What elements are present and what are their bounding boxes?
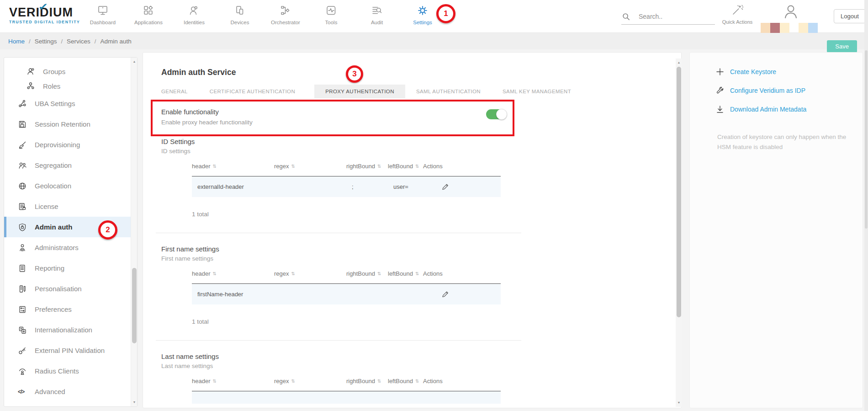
column-regex[interactable]: regex⇅	[274, 163, 346, 170]
nav-item-dashboard[interactable]: Dashboard	[80, 4, 126, 25]
sort-icon[interactable]: ⇅	[212, 164, 216, 169]
sort-icon[interactable]: ⇅	[415, 379, 419, 384]
sort-icon[interactable]: ⇅	[377, 271, 381, 276]
nav-item-tools[interactable]: Tools	[308, 4, 354, 25]
logout-button[interactable]: Logout	[834, 9, 866, 23]
sidebar-item-label: Radius Clients	[35, 367, 79, 375]
sort-icon[interactable]: ⇅	[212, 379, 216, 384]
sort-icon[interactable]: ⇅	[291, 164, 295, 169]
section-divider	[156, 233, 521, 233]
breadcrumb-separator: /	[29, 38, 31, 45]
nav-item-applications[interactable]: Applications	[126, 4, 171, 25]
sidebar-item-external-pin-validation[interactable]: External PIN Validation	[4, 340, 132, 361]
sidebar-item-advanced[interactable]: </> Advanced	[4, 381, 132, 402]
sidebar-item-geolocation[interactable]: Geolocation	[4, 176, 132, 196]
tab-proxy-authentication[interactable]: PROXY AUTHENTICATION	[314, 85, 405, 98]
save-button[interactable]: Save	[827, 40, 857, 53]
sidebar-item-roles[interactable]: Roles	[4, 79, 132, 93]
table-row: externalId-header ; user=	[192, 176, 501, 197]
scroll-down-icon[interactable]: ▼	[676, 400, 682, 406]
column-rightbound[interactable]: rightBound⇅	[346, 270, 388, 277]
edit-icon[interactable]	[441, 290, 449, 298]
main-scrollbar[interactable]: ▲ ▼	[676, 59, 682, 407]
scroll-up-icon[interactable]: ▲	[676, 59, 682, 66]
sidebar-item-session-retention[interactable]: Session Retention	[4, 114, 132, 134]
sidebar-item-label: Reporting	[35, 264, 64, 272]
sort-icon[interactable]: ⇅	[212, 271, 216, 276]
configure-veridium-idp-link[interactable]: Configure Veridium as IDP	[690, 86, 863, 95]
search-input[interactable]	[639, 13, 707, 20]
nav-item-audit[interactable]: Audit	[354, 4, 400, 25]
tab-certificate-authentication[interactable]: CERTIFICATE AUTHENTICATION	[210, 85, 295, 98]
veridium-logo[interactable]: VERIDIUM ✓ TRUSTED DIGITAL IDENTITY	[9, 5, 80, 24]
create-keystore-link[interactable]: Create Keystore	[690, 67, 863, 76]
tab-bar: GENERAL CERTIFICATE AUTHENTICATION PROXY…	[161, 85, 681, 98]
tab-saml-key-management[interactable]: SAML KEY MANAGEMENT	[503, 85, 571, 98]
column-leftbound[interactable]: leftBound⇅	[388, 163, 423, 170]
tab-general[interactable]: GENERAL	[161, 85, 188, 98]
color-swatch	[770, 23, 780, 33]
sidebar-item-segregation[interactable]: Segregation	[4, 155, 132, 176]
sidebar-item-radius-clients[interactable]: Radius Clients	[4, 361, 132, 381]
quick-actions-button[interactable]: Quick Actions	[721, 4, 754, 25]
sidebar-item-admin-auth[interactable]: Admin auth	[4, 217, 132, 237]
column-rightbound[interactable]: rightBound⇅	[346, 163, 388, 170]
sort-icon[interactable]: ⇅	[291, 379, 295, 384]
section-title: Last name settings	[161, 352, 681, 360]
column-header[interactable]: header⇅	[192, 163, 274, 170]
enable-functionality-title: Enable functionality	[161, 108, 253, 116]
sidebar-scrollbar[interactable]: ▲ ▼	[131, 58, 137, 406]
sidebar-item-license[interactable]: License	[4, 196, 132, 217]
page-scrollbar-thumb[interactable]	[865, 50, 868, 229]
column-leftbound[interactable]: leftBound⇅	[388, 378, 423, 384]
sidebar-item-preferences[interactable]: Preferences	[4, 299, 132, 320]
edit-icon[interactable]	[441, 183, 449, 191]
breadcrumb-bar: Home / Settings / Services / Admin auth …	[0, 33, 868, 49]
enable-functionality-toggle[interactable]	[486, 109, 506, 119]
tab-saml-authentication[interactable]: SAML AUTHENTICATION	[416, 85, 481, 98]
download-admin-metadata-link[interactable]: Download Admin Metadata	[690, 105, 863, 114]
cell-leftbound: user=	[393, 183, 429, 190]
sidebar-item-label: License	[35, 203, 58, 210]
sidebar-item-administrators[interactable]: Administrators	[4, 237, 132, 258]
scroll-down-icon[interactable]: ▼	[131, 399, 138, 406]
scroll-up-icon[interactable]: ▲	[131, 59, 138, 65]
column-header[interactable]: header⇅	[192, 378, 274, 384]
cell-header: firstName-header	[197, 291, 280, 298]
column-rightbound[interactable]: rightBound⇅	[346, 378, 388, 384]
sort-icon[interactable]: ⇅	[415, 164, 419, 169]
column-regex[interactable]: regex⇅	[274, 378, 346, 384]
sidebar-item-personalisation[interactable]: Personalisation	[4, 278, 132, 299]
actions-panel: Create Keystore Configure Veridium as ID…	[689, 52, 863, 408]
main-scrollbar-thumb[interactable]	[677, 67, 681, 317]
floppy-icon	[18, 120, 28, 129]
column-regex[interactable]: regex⇅	[274, 270, 346, 277]
column-actions: Actions	[423, 163, 478, 170]
plus-icon	[715, 67, 725, 76]
breadcrumb-home[interactable]: Home	[8, 38, 25, 45]
section-title: First name settings	[161, 245, 681, 253]
nav-item-orchestrator[interactable]: Orchestrator	[263, 4, 308, 25]
avatar[interactable]	[782, 3, 799, 21]
sidebar-item-internationalization[interactable]: Internationalization	[4, 320, 132, 340]
sort-icon[interactable]: ⇅	[415, 271, 419, 276]
sidebar-item-label: Deprovisioning	[35, 141, 80, 149]
page-scrollbar[interactable]	[864, 0, 868, 411]
broom-icon	[18, 140, 28, 149]
tools-icon	[325, 4, 337, 17]
sidebar-item-groups[interactable]: Groups	[4, 64, 132, 79]
sort-icon[interactable]: ⇅	[377, 164, 381, 169]
sort-icon[interactable]: ⇅	[377, 379, 381, 384]
license-icon	[18, 202, 28, 211]
nav-item-settings[interactable]: Settings	[400, 4, 445, 25]
sidebar-item-deprovisioning[interactable]: Deprovisioning	[4, 134, 132, 155]
nav-item-identities[interactable]: Identities	[171, 4, 217, 25]
column-header[interactable]: header⇅	[192, 270, 274, 277]
nav-item-devices[interactable]: Devices	[217, 4, 263, 25]
sort-icon[interactable]: ⇅	[291, 271, 295, 276]
magic-wand-icon	[731, 4, 744, 16]
sidebar-scrollbar-thumb[interactable]	[132, 268, 137, 343]
sidebar-item-uba-settings[interactable]: UBA Settings	[4, 93, 132, 114]
sidebar-item-reporting[interactable]: Reporting	[4, 258, 132, 278]
column-leftbound[interactable]: leftBound⇅	[388, 270, 423, 277]
